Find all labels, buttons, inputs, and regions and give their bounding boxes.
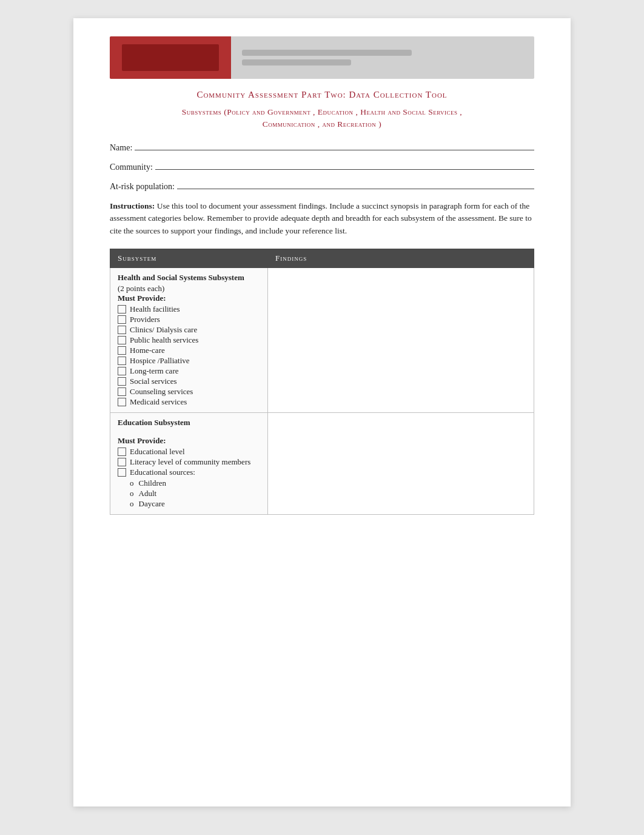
- bullet-text: Providers: [130, 315, 160, 324]
- sub-bullet-text: Children: [139, 478, 167, 488]
- instructions-paragraph: Instructions: Use this tool to document …: [110, 200, 534, 238]
- bullet-icon: [118, 377, 126, 386]
- bullet-icon: [118, 326, 126, 334]
- bullet-text: Hospice /Palliative: [130, 356, 190, 366]
- list-item: Hospice /Palliative: [118, 356, 260, 366]
- list-item: Educational level: [118, 447, 260, 457]
- sub-bullet-text: Daycare: [139, 499, 165, 508]
- bullet-text: Home-care: [130, 346, 165, 355]
- list-item: Home-care: [118, 346, 260, 355]
- bullet-text: Clinics/ Dialysis care: [130, 325, 197, 335]
- bullet-text: Medicaid services: [130, 397, 187, 407]
- bullet-icon: [118, 315, 126, 324]
- findings-cell-1[interactable]: [268, 268, 534, 413]
- findings-cell-2[interactable]: [268, 413, 534, 515]
- section-gap: [118, 429, 260, 436]
- community-label: Community:: [110, 163, 153, 172]
- list-item: Health facilities: [118, 304, 260, 314]
- community-input-line[interactable]: [155, 161, 534, 170]
- list-item: Clinics/ Dialysis care: [118, 325, 260, 335]
- subsystem-title-2: Education Subsystem: [118, 418, 260, 428]
- banner-logo-block: [122, 44, 219, 71]
- banner-red-block: [110, 36, 231, 79]
- list-item: Daycare: [130, 499, 260, 509]
- at-risk-field: At-risk population:: [110, 181, 534, 192]
- bullet-icon: [118, 305, 126, 314]
- subtitle-line-1: Subsystems (Policy and Government , Educ…: [110, 106, 534, 118]
- bullet-icon: [118, 458, 126, 466]
- table-row: Health and Social Systems Subsystem (2 p…: [110, 268, 534, 413]
- must-provide-1: Must Provide:: [118, 293, 260, 303]
- bullet-text: Educational sources:: [130, 468, 195, 477]
- subsystem-note-1: (2 points each): [118, 284, 260, 293]
- at-risk-label: At-risk population:: [110, 182, 175, 192]
- table-row: Education Subsystem Must Provide: Educat…: [110, 413, 534, 515]
- subsystem-title-1: Health and Social Systems Subsystem: [118, 273, 260, 283]
- at-risk-input-line[interactable]: [177, 181, 534, 189]
- subsystem-cell-2: Education Subsystem Must Provide: Educat…: [110, 413, 268, 515]
- community-field: Community:: [110, 161, 534, 172]
- bullet-icon: [118, 448, 126, 456]
- page: Community Assessment Part Two: Data Coll…: [73, 18, 571, 806]
- bullet-text: Public health services: [130, 335, 198, 345]
- sub-list-2: Children Adult Daycare: [130, 478, 260, 509]
- bullet-text: Counseling services: [130, 387, 193, 397]
- bullet-text: Literacy level of community members: [130, 457, 250, 467]
- bullet-icon: [118, 357, 126, 365]
- bullet-text: Long-term care: [130, 366, 178, 376]
- list-item: Adult: [130, 489, 260, 498]
- subsystem-cell-1: Health and Social Systems Subsystem (2 p…: [110, 268, 268, 413]
- bullet-icon: [118, 346, 126, 355]
- subtitle-line-2: Communication , and Recreation ): [110, 118, 534, 130]
- instructions-label: Instructions:: [110, 201, 155, 210]
- header-banner: [110, 36, 534, 79]
- bullet-icon: [118, 336, 126, 344]
- sub-bullet-text: Adult: [139, 489, 157, 498]
- bullet-text: Social services: [130, 377, 177, 386]
- document-title: Community Assessment Part Two: Data Coll…: [110, 90, 534, 100]
- instructions-text: Use this tool to document your assessmen…: [110, 201, 532, 236]
- list-item: Medicaid services: [118, 397, 260, 407]
- must-provide-2: Must Provide:: [118, 436, 260, 446]
- list-item: Public health services: [118, 335, 260, 345]
- list-item: Literacy level of community members: [118, 457, 260, 467]
- bullet-icon: [118, 367, 126, 375]
- assessment-table: Subsystem Findings Health and Social Sys…: [110, 249, 534, 515]
- bullet-list-2: Educational level Literacy level of comm…: [118, 447, 260, 477]
- bullet-icon: [118, 398, 126, 406]
- document-subtitle: Subsystems (Policy and Government , Educ…: [110, 106, 534, 131]
- list-item: Social services: [118, 377, 260, 386]
- name-field: Name:: [110, 142, 534, 153]
- list-item: Educational sources:: [118, 468, 260, 477]
- list-item: Providers: [118, 315, 260, 324]
- banner-text-area: [231, 50, 534, 65]
- bullet-text: Educational level: [130, 447, 185, 457]
- banner-line-2: [242, 59, 351, 65]
- bullet-list-1: Health facilities Providers Clinics/ Dia…: [118, 304, 260, 407]
- name-input-line[interactable]: [135, 142, 534, 150]
- col-header-findings: Findings: [268, 249, 534, 268]
- bullet-text: Health facilities: [130, 304, 180, 314]
- bullet-icon: [118, 387, 126, 396]
- list-item: Children: [130, 478, 260, 488]
- list-item: Counseling services: [118, 387, 260, 397]
- col-header-subsystem: Subsystem: [110, 249, 268, 268]
- banner-line-1: [242, 50, 412, 56]
- name-label: Name:: [110, 143, 132, 153]
- bullet-icon: [118, 468, 126, 477]
- list-item: Long-term care: [118, 366, 260, 376]
